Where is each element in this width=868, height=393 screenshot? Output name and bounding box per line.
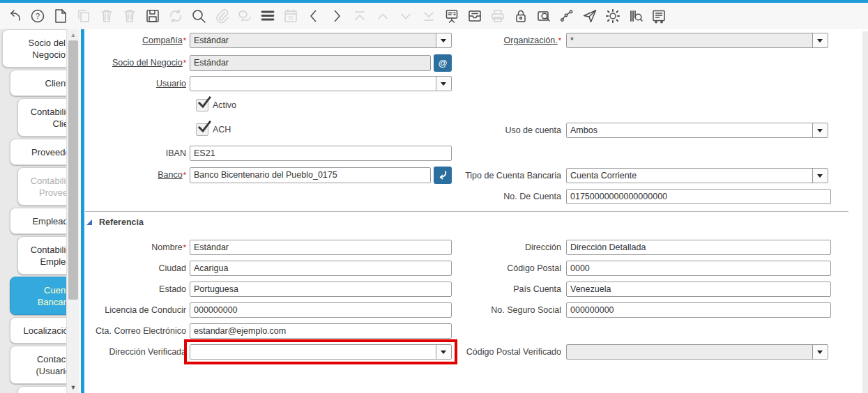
tab-localizacion[interactable]: Localización — [10, 317, 66, 344]
at-circle-icon: @ — [438, 58, 447, 68]
codigo-postal-field[interactable]: 0000 — [566, 261, 831, 276]
pais-cuenta-label: País Cuenta — [450, 282, 561, 297]
codigo-postal-verificado-label: Código Postal Verificado — [450, 344, 561, 360]
pais-cuenta-field[interactable]: Venezuela — [566, 282, 831, 297]
print-icon — [489, 8, 506, 25]
tab-proveedor[interactable]: Proveedor — [10, 139, 66, 165]
delete-record-icon — [98, 8, 115, 25]
ciudad-field[interactable]: Acarigua — [190, 261, 452, 276]
usuario-combobox[interactable] — [190, 76, 452, 91]
tab-empleado[interactable]: Empleado — [10, 208, 66, 234]
delete-selection-icon — [121, 8, 138, 25]
codigo-postal-label: Código Postal — [450, 261, 561, 276]
banco-field[interactable]: Banco Bicentenario del Pueblo_0175 — [190, 167, 431, 183]
uso-cuenta-label: Uso de cuenta — [450, 123, 561, 138]
chevron-down-icon[interactable] — [436, 345, 451, 359]
tab-cliente[interactable]: Cliente — [10, 70, 66, 96]
compania-combobox[interactable]: Estándar — [190, 33, 452, 48]
tab-contabilidad-cliente[interactable]: Contabilidad Cliente — [17, 98, 66, 137]
tab-contabilidad-empleado[interactable]: Contabilidad Empleado — [17, 236, 66, 275]
product-info-icon[interactable] — [627, 8, 644, 25]
tipo-cuenta-combobox[interactable]: Cuenta Corriente — [566, 168, 828, 183]
no-cuenta-label: No. De Cuenta — [450, 189, 561, 204]
chevron-down-icon[interactable] — [812, 123, 828, 137]
toolbar: ? 31 — [0, 3, 868, 29]
correo-field[interactable]: estandar@ejemplo.com — [190, 323, 452, 339]
scroll-down-icon[interactable]: ▼ — [67, 383, 79, 392]
sidebar-scrollbar[interactable]: ▲ ▼ — [66, 29, 79, 393]
tab-socio-del-negocio[interactable]: Socio del Negocio — [2, 29, 66, 68]
next-record-icon[interactable] — [328, 8, 345, 25]
chevron-down-icon[interactable] — [436, 77, 451, 91]
iban-field[interactable]: ES21 — [190, 146, 452, 161]
scrollbar-thumb[interactable] — [68, 40, 78, 300]
scroll-up-icon[interactable]: ▲ — [67, 31, 79, 39]
send-icon[interactable] — [581, 8, 598, 25]
content-scrollbar[interactable] — [862, 31, 868, 393]
tab-contabilidad-proveedor: Contabilidad Proveedor — [17, 167, 66, 206]
organizacion-label: Organización.* — [450, 33, 561, 48]
activo-checkbox[interactable] — [196, 99, 208, 111]
section-title: Referencia — [99, 217, 144, 228]
usuario-label: Usuario — [84, 76, 186, 91]
tab-acceso-socio: Acceso Socio del — [17, 386, 66, 393]
estado-field[interactable]: Portuguesa — [190, 282, 452, 297]
direccion-verificada-combobox[interactable] — [190, 344, 452, 360]
save-icon[interactable] — [144, 8, 161, 25]
socio-field[interactable]: Estándar — [190, 55, 431, 71]
socio-label: Socio del Negocio* — [84, 55, 186, 70]
correo-label: Cta. Correo Electrónico — [84, 323, 186, 339]
chevron-down-icon[interactable] — [812, 169, 828, 183]
nombre-field[interactable]: Estándar — [190, 240, 452, 255]
ach-checkbox-label: ACH — [213, 123, 231, 136]
report-icon[interactable] — [443, 8, 460, 25]
ach-checkbox[interactable] — [196, 123, 208, 136]
help-icon[interactable]: ? — [29, 8, 46, 25]
previous-record-icon[interactable] — [305, 8, 322, 25]
svg-text:31: 31 — [288, 15, 294, 20]
undo-icon[interactable] — [6, 8, 23, 25]
nombre-label: Nombre* — [84, 240, 186, 255]
seguro-social-label: No. Seguro Social — [450, 302, 561, 318]
tab-sidebar: Socio del Negocio Cliente Contabilidad C… — [0, 29, 66, 393]
chat-icon — [236, 8, 253, 25]
activo-checkbox-label: Activo — [213, 99, 236, 111]
licencia-label: Licencia de Conducir — [84, 302, 186, 318]
find-icon[interactable] — [190, 8, 207, 25]
collapse-triangle-icon[interactable] — [86, 219, 92, 225]
archive-icon[interactable] — [466, 8, 483, 25]
compania-label: Compañía* — [84, 33, 186, 48]
tab-contacto-usuario[interactable]: Contacto (Usuario) — [10, 346, 66, 384]
report-summary-icon[interactable] — [650, 8, 667, 25]
first-record-icon — [351, 8, 368, 25]
direccion-label: Dirección — [450, 240, 561, 255]
seguro-social-field[interactable]: 000000000 — [566, 302, 831, 318]
chevron-down-icon[interactable] — [812, 33, 828, 47]
curved-arrow-icon — [438, 170, 448, 180]
workflow-icon[interactable] — [558, 8, 575, 25]
form-panel: Compañía* Estándar Organización.* * Soci… — [84, 29, 868, 393]
calendar-icon: 31 — [282, 8, 299, 25]
licencia-field[interactable]: 000000000 — [190, 302, 452, 318]
new-record-icon[interactable] — [52, 8, 69, 25]
section-separator — [85, 211, 848, 212]
no-cuenta-field[interactable]: 01750000000000000000 — [566, 189, 831, 204]
direccion-field[interactable]: Dirección Detallada — [566, 240, 831, 255]
svg-text:?: ? — [35, 12, 39, 20]
chevron-down-icon[interactable] — [436, 33, 451, 47]
grid-toggle-icon[interactable] — [259, 8, 276, 25]
uso-cuenta-combobox[interactable]: Ambos — [566, 123, 828, 138]
codigo-postal-verificado-combobox — [566, 344, 828, 360]
tipo-cuenta-label: Tipo de Cuenta Bancaria — [450, 168, 561, 183]
chevron-down-icon — [812, 345, 828, 359]
ciudad-label: Ciudad — [84, 261, 186, 276]
direccion-verificada-label: Dirección Verificada — [84, 344, 186, 360]
zoom-across-icon[interactable] — [535, 8, 552, 25]
tab-cuenta-bancaria[interactable]: Cuenta Bancaria — [10, 277, 66, 315]
lock-icon[interactable] — [512, 8, 529, 25]
business-partner-info-button[interactable]: @ — [434, 54, 452, 72]
preferences-icon[interactable] — [604, 8, 621, 25]
last-record-icon — [420, 8, 437, 25]
estado-label: Estado — [84, 282, 186, 297]
organizacion-combobox[interactable]: * — [566, 33, 828, 48]
